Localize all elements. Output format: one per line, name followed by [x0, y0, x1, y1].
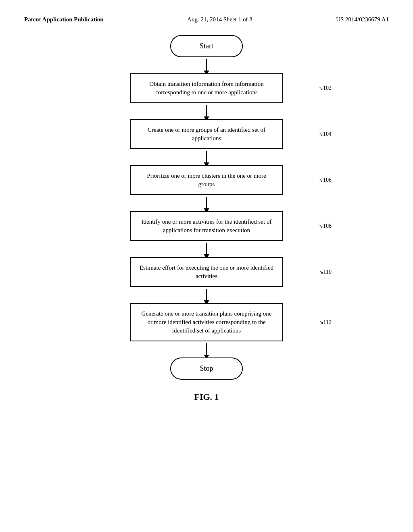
step-110-box: Estimate effort for executing the one or… [130, 257, 283, 287]
step-102-label: ↘102 [319, 85, 332, 91]
start-label: Start [200, 42, 213, 50]
step-104-wrapper: Create one or more groups of an identifi… [106, 119, 307, 149]
header-patent-number: US 2014/0236679 A1 [336, 16, 389, 23]
arrow-4 [206, 195, 207, 211]
arrow-7 [206, 341, 207, 357]
arrow-6 [206, 287, 207, 303]
step-110-wrapper: Estimate effort for executing the one or… [106, 257, 307, 287]
step-106-text: Prioritize one or more clusters in the o… [139, 172, 274, 189]
arrow-line-7 [206, 343, 207, 355]
step-112-wrapper: Generate one or more transition plans co… [106, 303, 307, 341]
page-header: Patent Application Publication Aug. 21, … [24, 16, 389, 23]
flowchart: Start Obtain transition information from… [24, 35, 389, 402]
figure-caption: FIG. 1 [194, 392, 219, 402]
step-110-text: Estimate effort for executing the one or… [139, 264, 274, 281]
arrow-3 [206, 149, 207, 165]
figure-label: FIG. 1 [194, 392, 219, 402]
step-104-box: Create one or more groups of an identifi… [130, 119, 283, 149]
start-node: Start [170, 35, 243, 57]
step-106-wrapper: Prioritize one or more clusters in the o… [106, 165, 307, 195]
step-104-text: Create one or more groups of an identifi… [139, 126, 274, 143]
stop-node-wrapper: Stop [106, 357, 307, 380]
step-112-label: ↘112 [319, 319, 332, 326]
step-108-text: Identify one or more activities for the … [139, 218, 274, 235]
arrow-5 [206, 241, 207, 257]
step-102-text: Obtain transition information from infor… [139, 80, 274, 97]
arrow-line-1 [206, 59, 207, 71]
step-102-box: Obtain transition information from infor… [130, 73, 283, 103]
step-104-label: ↘104 [319, 131, 332, 137]
arrow-line-5 [206, 243, 207, 255]
stop-label: Stop [200, 364, 213, 373]
arrow-line-4 [206, 197, 207, 209]
header-publication-label: Patent Application Publication [24, 16, 104, 23]
arrow-1 [206, 57, 207, 73]
arrow-line-3 [206, 151, 207, 163]
step-106-label: ↘106 [319, 177, 332, 183]
step-108-label: ↘108 [319, 223, 332, 229]
step-112-box: Generate one or more transition plans co… [130, 303, 283, 341]
step-110-label: ↘110 [319, 269, 332, 275]
step-112-text: Generate one or more transition plans co… [139, 310, 274, 335]
step-108-box: Identify one or more activities for the … [130, 211, 283, 241]
arrow-line-2 [206, 105, 207, 117]
header-date-sheet: Aug. 21, 2014 Sheet 1 of 8 [187, 16, 252, 23]
start-node-wrapper: Start [106, 35, 307, 57]
arrow-line-6 [206, 289, 207, 301]
stop-node: Stop [170, 357, 243, 380]
step-102-wrapper: Obtain transition information from infor… [106, 73, 307, 103]
step-106-box: Prioritize one or more clusters in the o… [130, 165, 283, 195]
page: Patent Application Publication Aug. 21, … [0, 0, 413, 532]
arrow-2 [206, 103, 207, 119]
step-108-wrapper: Identify one or more activities for the … [106, 211, 307, 241]
